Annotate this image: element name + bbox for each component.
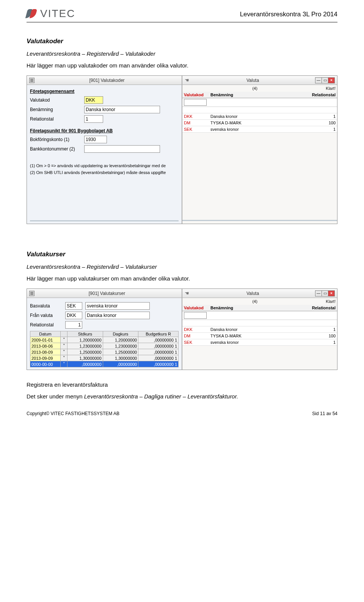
window-title: [901] Valutakoder — [35, 78, 179, 83]
body-text: Här lägger man upp valutakurser om man a… — [27, 275, 337, 282]
bankkontonummer-input[interactable] — [84, 145, 160, 153]
basvaluta-label: Basvaluta — [30, 303, 62, 309]
table-row[interactable]: 2013-08-06˅1,230000001,23000000,00000000… — [30, 343, 179, 349]
dropdown-icon[interactable]: ˅ — [61, 343, 67, 349]
status-text: Klart! — [326, 299, 336, 304]
col-header-benamning[interactable]: Benämning — [210, 92, 305, 97]
section-title-valutakurser: Valutakurser — [27, 251, 337, 258]
col-header-stdkurs[interactable]: Stdkurs — [67, 331, 103, 337]
col-header-dagkurs[interactable]: Dagkurs — [103, 331, 138, 337]
dropdown-icon[interactable]: ˅ — [61, 349, 67, 355]
hand-icon: ☚ — [185, 291, 190, 296]
col-header-valutakod[interactable]: Valutakod — [184, 306, 210, 310]
basvaluta-code-input[interactable] — [65, 302, 82, 310]
screenshot-valutakoder: [901] Valutakoder Företagsgemensamt Valu… — [27, 75, 337, 224]
franvaluta-label: Från valuta — [30, 313, 62, 318]
col-header-relationstal[interactable]: Relationstal — [305, 92, 336, 97]
note-text: (2) Om SHB UTLI används (leverantörsbeta… — [30, 170, 179, 175]
bankkontonummer-label: Bankkontonummer (2) — [30, 146, 81, 152]
body-text: Här lägger man upp valutakoder om man an… — [27, 62, 337, 69]
col-header-benamning[interactable]: Benämning — [210, 306, 305, 310]
section-title-valutakoder: Valutakoder — [27, 38, 337, 45]
dropdown-icon[interactable]: ˅ — [61, 337, 67, 343]
franvaluta-name-input[interactable] — [85, 312, 150, 319]
list-item[interactable]: DKKDanska kronor1 — [182, 113, 337, 120]
bokforingskonto-input[interactable] — [84, 136, 107, 143]
filter-input[interactable] — [184, 312, 207, 319]
list-item[interactable]: DKKDanska kronor1 — [182, 326, 337, 333]
table-row[interactable]: 2013-08-09˅1,250000001,25000000,00000000… — [30, 349, 179, 355]
close-button[interactable]: × — [328, 77, 335, 83]
franvaluta-code-input[interactable] — [65, 312, 82, 319]
valutakod-label: Valutakod — [30, 97, 81, 103]
header-divider — [27, 22, 337, 22]
status-count: (4) — [252, 86, 257, 91]
table-row[interactable]: 2013-09-09˅1,300000001,30000000,00000000… — [30, 355, 179, 361]
section-subtitle: Leverantörsreskontra – Registervård – Va… — [27, 50, 337, 57]
filter-input[interactable] — [184, 99, 207, 106]
group-heading: Företagsgemensamt — [30, 89, 179, 94]
screenshot-valutakurser: [901] Valutakurser Basvaluta Från valuta… — [27, 288, 337, 370]
list-item[interactable]: SEKsvenska kronor1 — [182, 126, 337, 133]
document-icon — [29, 291, 35, 296]
hand-icon: ☚ — [185, 78, 190, 83]
list-item[interactable]: *<ingen>0 — [182, 107, 337, 113]
benamning-input[interactable] — [84, 106, 160, 113]
maximize-button[interactable]: ▭ — [322, 290, 328, 296]
relationstal-input[interactable] — [65, 321, 82, 329]
col-header-datum[interactable]: Datum — [30, 331, 61, 337]
body-text: Det sker under menyn Leverantörsreskontr… — [27, 393, 337, 400]
section-subtitle: Leverantörsreskontra – Registervård – Va… — [27, 263, 337, 270]
maximize-button[interactable]: ▭ — [322, 77, 328, 83]
copyright: Copyright© VITEC FASTIGHETSSYSTEM AB — [27, 411, 119, 416]
list-item[interactable]: SEKsvenska kronor1 — [182, 339, 337, 346]
table-row[interactable]: 2009-01-01˅1,200000001,20000000,00000000… — [30, 337, 179, 343]
list-item[interactable]: DMTYSKA D-MARK100 — [182, 333, 337, 339]
note-text: (1) Om > 0 => används vid uppdatering av… — [30, 163, 179, 168]
logo-text: VITEC — [40, 8, 75, 20]
minimize-button[interactable]: — — [315, 77, 322, 83]
page-number: Sid 11 av 54 — [312, 411, 337, 416]
col-header-relationstal[interactable]: Relationstal — [305, 306, 336, 310]
close-button[interactable]: × — [328, 290, 335, 296]
window-title: Valuta — [190, 78, 315, 83]
relationstal-label: Relationstal — [30, 116, 81, 122]
valutakod-input[interactable] — [84, 96, 103, 104]
rates-table: Datum Stdkurs Dagkurs Budgetkurs R 2009-… — [30, 331, 179, 367]
window-title: [901] Valutakurser — [35, 291, 179, 296]
window-title: Valuta — [190, 291, 315, 296]
relationstal-label: Relationstal — [30, 322, 62, 328]
bokforingskonto-label: Bokföringskonto (1) — [30, 137, 81, 142]
col-header-budgetkurs[interactable]: Budgetkurs R — [138, 331, 179, 337]
basvaluta-name-input[interactable] — [85, 302, 150, 310]
vitec-logo-icon — [27, 9, 37, 18]
group-heading: Företagsunikt för 901 Byggbolaget AB — [30, 128, 179, 133]
list-item[interactable]: DMTYSKA D-MARK100 — [182, 120, 337, 126]
status-text: Klart! — [326, 86, 336, 91]
relationstal-input[interactable] — [84, 115, 103, 123]
table-row[interactable]: 0000-00-00˅,00000000,00000000,00000000 1 — [30, 361, 179, 367]
minimize-button[interactable]: — — [315, 290, 322, 296]
status-count: (4) — [252, 299, 257, 304]
dropdown-icon[interactable]: ˅ — [61, 355, 67, 361]
benamning-label: Benämning — [30, 107, 81, 112]
col-header-valutakod[interactable]: Valutakod — [184, 92, 210, 97]
document-icon — [29, 78, 35, 83]
section-title-registrera: Registrera en leverantörsfaktura — [27, 381, 337, 388]
list-item[interactable]: *<ingen>0 — [182, 320, 337, 326]
dropdown-icon[interactable]: ˅ — [61, 361, 67, 367]
